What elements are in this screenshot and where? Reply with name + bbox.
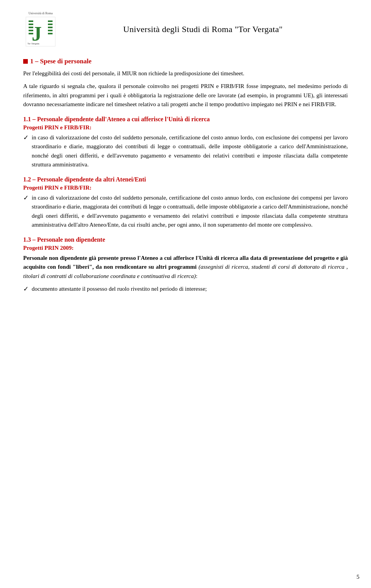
checkmark-icon-2: ✓ — [23, 194, 29, 202]
subsection11-check1-text: in caso di valorizzazione del costo del … — [32, 133, 348, 169]
subsection13-check1: ✓ documento attestante il possesso del r… — [23, 285, 348, 293]
section1-heading: 1 – Spese di personale — [23, 58, 348, 65]
checkmark-icon-3: ✓ — [23, 285, 29, 293]
page-header: Università di Roma J Tor Vergata Univers… — [23, 12, 348, 47]
section1-intro: Per l'eleggibilità dei costi del persona… — [23, 69, 348, 78]
subsection11-projects-label: Progetti PRIN e FIRB/FIR: — [23, 124, 348, 131]
university-logo: J Tor Vergata — [26, 17, 56, 47]
subsection11-check1: ✓ in caso di valorizzazione del costo de… — [23, 133, 348, 169]
subsection11-title: 1.1 – Personale dipendente dall'Ateneo a… — [23, 116, 348, 123]
subsection13-check1-text: documento attestante il possesso del ruo… — [32, 285, 348, 293]
subsection13-colon: : — [196, 273, 197, 279]
page-number: 5 — [357, 574, 360, 580]
subsection13-title: 1.3 – Personale non dipendente — [23, 236, 348, 243]
svg-text:Tor Vergata: Tor Vergata — [27, 42, 39, 45]
svg-text:J: J — [32, 23, 42, 45]
subsection12-check1: ✓ in caso di valorizzazione del costo de… — [23, 193, 348, 229]
subsection13-projects-label-text: Progetti PRIN 2009: — [23, 245, 74, 251]
section1-para1: A tale riguardo si segnala che, qualora … — [23, 82, 348, 109]
section1-bullet — [23, 59, 28, 64]
logo-area: Università di Roma J Tor Vergata — [23, 12, 58, 47]
subsection12-title: 1.2 – Personale dipendente da altri Aten… — [23, 176, 348, 183]
subsection12-projects-label: Progetti PRIN e FIRB/FIR: — [23, 185, 348, 191]
logo-university-text: Università di Roma — [29, 12, 53, 15]
subsection13-projects-label: Progetti PRIN 2009: — [23, 245, 348, 251]
page-title: Università degli Studi di Roma "Tor Verg… — [58, 24, 348, 34]
subsection13-bold-para: Personale non dipendente già presente pr… — [23, 254, 348, 281]
checkmark-icon-1: ✓ — [23, 134, 29, 142]
subsection12-check1-text: in caso di valorizzazione del costo del … — [32, 193, 348, 229]
